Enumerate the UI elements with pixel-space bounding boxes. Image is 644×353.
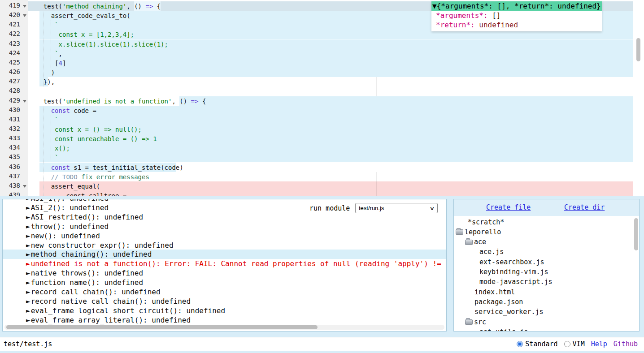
expand-arrow-icon[interactable]: ► <box>26 241 30 250</box>
line-number[interactable]: 438 <box>9 182 20 189</box>
tree-file-item[interactable]: ace.js <box>454 247 633 257</box>
tree-folder-item[interactable]: src <box>454 317 633 327</box>
line-number[interactable]: 433 <box>9 134 20 142</box>
github-link[interactable]: Github <box>614 340 638 348</box>
radio-unselected-icon[interactable] <box>564 341 570 347</box>
editor-line[interactable]: const x = () => null(); <box>28 125 633 134</box>
line-number[interactable]: 436 <box>9 163 20 170</box>
test-result-item[interactable]: ►ASI_1(): undefined <box>3 199 446 203</box>
code-text: const x = () => null(); <box>55 125 142 134</box>
line-number[interactable]: 419 <box>9 2 20 9</box>
tooltip-collapse-header[interactable]: ▼{*arguments*: [], *return*: undefined} <box>431 1 602 11</box>
radio-selected-icon[interactable] <box>517 341 523 347</box>
tooltip-return-row: *return*: undefined <box>436 20 602 30</box>
fold-arrow-icon[interactable] <box>23 5 26 8</box>
tree-folder-item[interactable]: leporello <box>454 227 633 237</box>
create-dir-link[interactable]: Create dir <box>564 203 605 211</box>
fold-arrow-icon[interactable] <box>23 14 26 17</box>
test-result-item[interactable]: ►method chaining(): undefined <box>3 250 446 259</box>
editor-line[interactable]: }), <box>28 77 633 86</box>
tree-file-item[interactable]: ext-searchbox.js <box>454 257 633 267</box>
test-result-item[interactable]: ►function name(): undefined <box>3 278 446 287</box>
editor-line[interactable]: assert_equal( <box>28 181 633 191</box>
editor-line[interactable] <box>28 86 633 96</box>
console-horizontal-scrollbar-thumb[interactable] <box>6 325 318 329</box>
line-number[interactable]: 421 <box>9 21 20 28</box>
tree-file-item[interactable]: ast_utils.js <box>454 327 633 331</box>
expand-arrow-icon[interactable]: ► <box>26 278 30 287</box>
keybinding-option-standard[interactable]: Standard <box>517 340 557 348</box>
tree-file-item[interactable]: mode-javascript.js <box>454 277 633 287</box>
line-number[interactable]: 434 <box>9 144 20 151</box>
editor-line[interactable]: ` <box>28 115 633 125</box>
editor-line[interactable]: const calltree = ... <box>28 191 633 196</box>
code-text: ` <box>55 116 58 125</box>
tree-file-item[interactable]: package.json <box>454 297 633 307</box>
expand-arrow-icon[interactable]: ► <box>26 250 30 258</box>
expand-arrow-icon[interactable]: ► <box>26 203 30 212</box>
test-result-item[interactable]: ►new(): undefined <box>3 231 446 241</box>
editor-line[interactable]: ) <box>28 68 633 77</box>
code-editor[interactable]: test('method chaining', () => {assert_co… <box>0 0 644 196</box>
expand-arrow-icon[interactable]: ► <box>26 306 30 315</box>
expand-arrow-icon[interactable]: ► <box>26 213 30 221</box>
line-number[interactable]: 437 <box>9 172 20 180</box>
editor-line[interactable]: `, <box>28 49 633 58</box>
line-number[interactable]: 423 <box>9 40 20 47</box>
editor-line[interactable]: [4] <box>28 58 633 68</box>
line-number[interactable]: 427 <box>9 77 20 85</box>
test-result-item[interactable]: ►new constructor expr(): undefined <box>3 241 446 250</box>
keybinding-option-vim[interactable]: VIM <box>564 340 585 348</box>
tree-file-item[interactable]: service_worker.js <box>454 307 633 317</box>
expand-arrow-icon[interactable]: ► <box>26 316 30 324</box>
editor-vertical-scrollbar[interactable] <box>636 38 640 61</box>
help-link[interactable]: Help <box>591 340 607 348</box>
editor-line[interactable]: // TODO fix error messages <box>28 172 633 181</box>
line-number[interactable]: 432 <box>9 125 20 132</box>
line-number[interactable]: 430 <box>9 106 20 113</box>
line-number[interactable]: 424 <box>9 49 20 56</box>
editor-line[interactable]: ` <box>28 153 633 162</box>
expand-arrow-icon[interactable]: ► <box>26 259 30 268</box>
tree-file-item[interactable]: *scratch* <box>454 217 633 227</box>
test-result-item[interactable]: ►undefined is not a function(): Error: F… <box>3 259 446 268</box>
editor-line[interactable]: test('undefined is not a function', () =… <box>28 96 633 106</box>
line-number[interactable]: 425 <box>9 59 20 66</box>
code-token: { <box>198 98 206 105</box>
line-number[interactable]: 420 <box>9 11 20 18</box>
line-number[interactable]: 435 <box>9 153 20 160</box>
test-result-item[interactable]: ►eval_frame logical short circuit(): und… <box>3 306 446 315</box>
expand-arrow-icon[interactable]: ► <box>26 232 30 240</box>
editor-line[interactable]: const s1 = test_initial_state(code) <box>28 163 633 172</box>
fold-arrow-icon[interactable] <box>23 185 26 188</box>
line-number[interactable]: 431 <box>9 116 20 123</box>
line-number[interactable]: 426 <box>9 68 20 75</box>
expand-arrow-icon[interactable]: ► <box>26 297 30 306</box>
line-number[interactable]: 439 <box>9 191 20 196</box>
console-horizontal-scrollbar-track[interactable] <box>4 325 444 330</box>
line-number[interactable]: 429 <box>9 97 20 104</box>
editor-line[interactable]: x.slice(1).slice(1).slice(1); <box>28 39 633 49</box>
create-file-link[interactable]: Create file <box>486 203 531 211</box>
tree-folder-item[interactable]: ace <box>454 237 633 247</box>
line-number[interactable]: 422 <box>9 30 20 37</box>
expand-arrow-icon[interactable]: ► <box>26 288 30 296</box>
test-result-item[interactable]: ►ASI_restrited(): undefined <box>3 212 446 222</box>
editor-line[interactable]: const unreachable = () => 1 <box>28 134 633 143</box>
test-result-item[interactable]: ►record native call chain(): undefined <box>3 297 446 306</box>
module-select[interactable]: test/run.js ∨ <box>355 203 438 213</box>
line-number[interactable]: 428 <box>9 87 20 94</box>
tree-file-item[interactable]: keybinding-vim.js <box>454 267 633 277</box>
test-result-item[interactable]: ►record call chain(): undefined <box>3 287 446 297</box>
expand-arrow-icon[interactable]: ► <box>26 222 30 231</box>
file-tree-vertical-scrollbar[interactable] <box>634 218 638 250</box>
test-result-item[interactable]: ►throw(): undefined <box>3 222 446 231</box>
fold-arrow-icon[interactable] <box>23 100 26 103</box>
expand-arrow-icon[interactable]: ► <box>26 199 30 202</box>
editor-line[interactable]: const code = <box>28 106 633 115</box>
test-result-item[interactable]: ►native throws(): undefined <box>3 268 446 278</box>
tree-file-item[interactable]: index.html <box>454 287 633 297</box>
editor-line[interactable]: x(); <box>28 143 633 153</box>
test-result-item[interactable]: ►eval_frame array_literal(): undefined <box>3 315 446 325</box>
expand-arrow-icon[interactable]: ► <box>26 269 30 277</box>
